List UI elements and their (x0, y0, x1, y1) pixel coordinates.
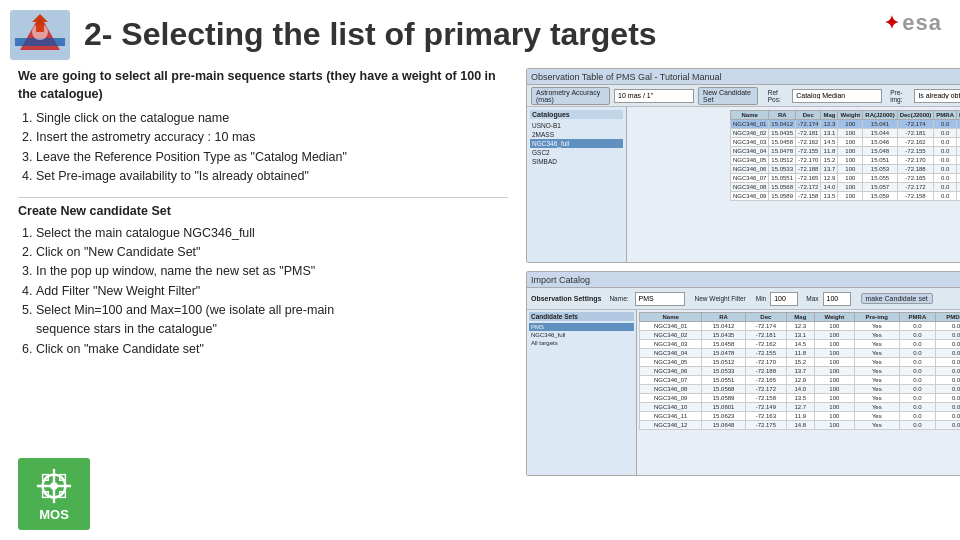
list-item: Leave the Reference Position Type as "Ca… (36, 148, 508, 167)
col-weight: Weight (838, 111, 863, 120)
table-row: NGC346_0615.0533-72.18813.710015.053-72.… (731, 165, 961, 174)
table-row: NGC346_0815.0568-72.17214.0100Yes0.00.0P… (640, 385, 961, 394)
ss1-ref-pos-input[interactable] (792, 89, 882, 103)
table-row: NGC346_0315.0458-72.16214.5100Yes0.00.0P… (640, 340, 961, 349)
esa-text: esa (902, 10, 942, 36)
table-row: NGC346_0915.0589-72.15813.510015.059-72.… (731, 192, 961, 201)
col-pmdec: PMDec (936, 313, 960, 322)
ss2-filter-label: New Weight Filter (695, 295, 746, 302)
table-row: NGC346_0115.0412-72.17412.3100Yes0.00.0P… (640, 322, 961, 331)
ss2-cat-item[interactable]: All targets (529, 339, 634, 347)
ss2-make-btn[interactable]: make Candidate set (861, 293, 933, 304)
table-row: NGC346_0315.0458-72.16214.510015.046-72.… (731, 138, 961, 147)
ss2-left-panel: Candidate Sets PMS NGC346_full All targe… (527, 310, 637, 475)
ss1-panel-title: Catalogues (530, 110, 623, 119)
table-row: NGC346_0415.0478-72.15511.810015.048-72.… (731, 147, 961, 156)
list-item: Single click on the catalogue name (36, 109, 508, 128)
left-column: We are going to select all pre-main sequ… (18, 68, 518, 476)
table-row: NGC346_0215.0435-72.18113.110015.044-72.… (731, 129, 961, 138)
list-item: Set Pre-image availability to "Is alread… (36, 167, 508, 186)
ss1-astrometry-btn[interactable]: Astrometry Accuracy (mas) (531, 87, 610, 105)
ss1-toolbar: Astrometry Accuracy (mas) New Candidate … (527, 85, 960, 107)
ss1-panel-item[interactable]: USNO-B1 (530, 121, 623, 130)
list-item: In the pop up window, name the new set a… (36, 262, 508, 281)
col-pmra: PMRA (934, 111, 957, 120)
svg-point-8 (50, 482, 58, 490)
col-mag: Mag (786, 313, 814, 322)
ss1-title-text: Observation Table of PMS Gal - Tutorial … (531, 72, 721, 82)
ss2-toolbar: Observation Settings Name: New Weight Fi… (527, 288, 960, 310)
ss2-pms-item[interactable]: PMS (529, 323, 634, 331)
section-2-title: Create New candidate Set (18, 204, 508, 218)
ss2-cat-item[interactable]: NGC346_full (529, 331, 634, 339)
list-1: Single click on the catalogue name Inser… (36, 109, 508, 187)
col-dec2000: Dec(J2000) (897, 111, 934, 120)
ss2-min-label: Min (756, 295, 766, 302)
ss1-ref-pos-label: Ref Pos: (768, 89, 789, 103)
ss1-left-panel: Catalogues USNO-B1 2MASS NGC346_full GSC… (527, 107, 627, 262)
col-name: Name (731, 111, 769, 120)
col-weight: Weight (814, 313, 854, 322)
table-row: NGC346_0715.0551-72.16512.910015.055-72.… (731, 174, 961, 183)
list-item: Select Min=100 and Max=100 (we isolate a… (36, 301, 508, 340)
mos-icon (35, 467, 73, 505)
col-mag: Mag (821, 111, 838, 120)
list-item: Select the main catalogue NGC346_full (36, 224, 508, 243)
ss2-max-label: Max (806, 295, 818, 302)
ss1-preimage-label: Pre-img: (890, 89, 910, 103)
ss1-preimage-input[interactable] (914, 89, 960, 103)
ss2-name-label: Name: (609, 295, 628, 302)
ss1-panel-item[interactable]: SIMBAD (530, 157, 623, 166)
table-row: NGC346_0115.0412-72.17412.310015.041-72.… (731, 120, 961, 129)
ss2-max-input[interactable] (823, 292, 851, 306)
ss2-table-container: Name RA Dec Mag Weight Pre-img PMRA PMDe… (637, 310, 960, 475)
col-pmdec: PMDec (957, 111, 960, 120)
list-item: Click on "New Candidate Set" (36, 243, 508, 262)
table-row: NGC346_0415.0478-72.15511.8100Yes0.00.0P… (640, 349, 961, 358)
ss1-table-area: Name RA Dec Mag Weight RA(J2000) Dec(J20… (727, 107, 960, 262)
ss1-data-table: Name RA Dec Mag Weight RA(J2000) Dec(J20… (730, 110, 960, 201)
list-item: Add Filter "New Weight Filter" (36, 282, 508, 301)
col-name: Name (640, 313, 702, 322)
ss1-panel-item[interactable]: 2MASS (530, 130, 623, 139)
table-row: NGC346_0915.0589-72.15813.5100Yes0.00.0P… (640, 394, 961, 403)
ss2-observation-label: Observation Settings (531, 295, 601, 302)
screenshot-1: Observation Table of PMS Gal - Tutorial … (526, 68, 960, 263)
table-row: NGC346_1015.0601-72.14912.7100Yes0.00.0P… (640, 403, 961, 412)
table-row: NGC346_0815.0568-72.17214.010015.057-72.… (731, 183, 961, 192)
esa-logo: ✦ esa (884, 10, 942, 36)
table-row: NGC346_0215.0435-72.18113.1100Yes0.00.0P… (640, 331, 961, 340)
table-row: NGC346_0515.0512-72.17015.210015.051-72.… (731, 156, 961, 165)
right-column: Observation Table of PMS Gal - Tutorial … (518, 68, 960, 476)
col-ra: RA (702, 313, 745, 322)
table-row: NGC346_0615.0533-72.18813.7100Yes0.00.0P… (640, 367, 961, 376)
ss1-panel-item-selected[interactable]: NGC346_full (530, 139, 623, 148)
ss2-name-input[interactable] (635, 292, 685, 306)
ss1-accuracy-input[interactable] (614, 89, 694, 103)
ss2-cat-title: Candidate Sets (529, 312, 634, 321)
table-row: NGC346_0715.0551-72.16512.9100Yes0.00.0P… (640, 376, 961, 385)
col-ra: RA (769, 111, 796, 120)
ss2-titlebar: Import Catalog (527, 272, 960, 288)
esa-star-icon: ✦ (884, 12, 900, 34)
intro-text: We are going to select all pre-main sequ… (18, 68, 508, 103)
table-row: NGC346_1215.0648-72.17514.8100Yes0.00.0P… (640, 421, 961, 430)
col-dec: Dec (796, 111, 821, 120)
list-2: Select the main catalogue NGC346_full Cl… (36, 224, 508, 360)
ss1-panel-item[interactable]: GSC2 (530, 148, 623, 157)
col-pmra: PMRA (899, 313, 936, 322)
list-item: Click on "make Candidate set" (36, 340, 508, 359)
col-ra2000: RA(J2000) (863, 111, 897, 120)
ss2-min-input[interactable] (770, 292, 798, 306)
ss1-new-candidate-btn[interactable]: New Candidate Set (698, 87, 758, 105)
green-mos-box: MOS (18, 458, 90, 530)
ss2-data-table: Name RA Dec Mag Weight Pre-img PMRA PMDe… (639, 312, 960, 430)
ss1-titlebar: Observation Table of PMS Gal - Tutorial … (527, 69, 960, 85)
logo (10, 10, 70, 60)
page-title: 2- Selecting the list of primary targets (84, 17, 657, 52)
screenshot-2: Import Catalog Observation Settings Name… (526, 271, 960, 476)
list-item: Insert the astrometry accuracy : 10 mas (36, 128, 508, 147)
divider (18, 197, 508, 198)
header: 2- Selecting the list of primary targets… (0, 0, 960, 66)
mos-label: MOS (39, 507, 69, 522)
